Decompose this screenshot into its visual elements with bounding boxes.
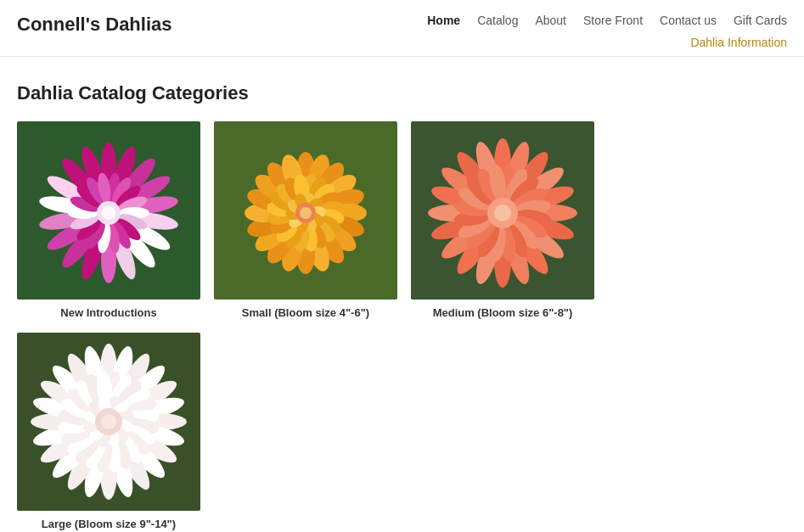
catalog-item-new-introductions[interactable]: New Introductions — [17, 121, 200, 319]
catalog-image-large — [17, 333, 200, 511]
site-header: Connell's Dahlias Home Catalog About Sto… — [0, 0, 804, 57]
catalog-grid: New Introductions — [17, 121, 787, 530]
catalog-item-medium[interactable]: Medium (Bloom size 6"-8") — [411, 121, 594, 319]
nav-about[interactable]: About — [535, 10, 566, 31]
catalog-label-new-introductions: New Introductions — [60, 306, 156, 319]
nav-area: Home Catalog About Store Front Contact u… — [427, 10, 787, 49]
svg-point-197 — [101, 414, 116, 429]
nav-secondary: Dahlia Information — [690, 36, 787, 49]
main-content: Dahlia Catalog Categories — [0, 57, 804, 532]
nav-dahlia-info[interactable]: Dahlia Information — [690, 36, 787, 49]
catalog-item-large[interactable]: Large (Bloom size 9"-14") — [17, 333, 200, 530]
nav-storefront[interactable]: Store Front — [583, 10, 643, 31]
catalog-item-small[interactable]: Small (Bloom size 4"-6") — [214, 121, 397, 319]
svg-point-134 — [494, 204, 511, 221]
catalog-section-title: Dahlia Catalog Categories — [17, 82, 787, 104]
nav-catalog[interactable]: Catalog — [477, 10, 518, 31]
site-title: Connell's Dahlias — [17, 14, 172, 36]
nav-home[interactable]: Home — [427, 10, 460, 31]
catalog-label-small: Small (Bloom size 4"-6") — [242, 306, 369, 319]
main-nav: Home Catalog About Store Front Contact u… — [427, 10, 787, 31]
catalog-label-medium: Medium (Bloom size 6"-8") — [433, 306, 573, 319]
svg-point-38 — [102, 206, 115, 220]
catalog-label-large: Large (Bloom size 9"-14") — [42, 518, 176, 530]
catalog-image-medium — [411, 121, 594, 300]
catalog-image-small — [214, 121, 397, 300]
nav-contact[interactable]: Contact us — [660, 10, 717, 31]
nav-giftcards[interactable]: Gift Cards — [734, 10, 787, 31]
svg-point-91 — [300, 207, 312, 219]
catalog-image-new-introductions — [17, 121, 200, 300]
